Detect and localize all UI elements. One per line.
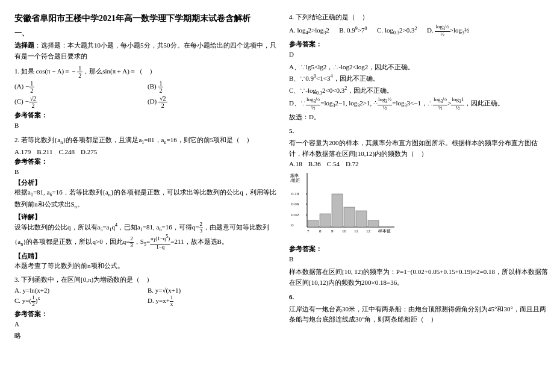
svg-text:0.06: 0.06 (291, 202, 299, 207)
svg-text:频率: 频率 (290, 173, 299, 178)
question-4: 4. 下列结论正确的是（ ） A. log42>log32 B. 0.99>70… (289, 12, 548, 122)
svg-text:12: 12 (366, 229, 371, 234)
q2-text: 2. 若等比数列{an}的各项都是正数，且满足a1=81，an=16，则它的前5… (14, 135, 279, 147)
svg-rect-16 (368, 220, 379, 227)
q6-number: 6. (289, 292, 548, 303)
svg-text:0.10: 0.10 (291, 191, 299, 196)
svg-rect-12 (320, 214, 331, 227)
q4-exp-a: A、∵lg5<lg2，∴-log2<log2，因此不正确。 (289, 61, 548, 73)
q2-opt-c: C.248 (58, 148, 75, 155)
question-3: 3. 下列函数中，在区间[0,π)为增函数的是（ ） A. y=ln(x+2) … (14, 275, 279, 341)
q3-text: 3. 下列函数中，在区间[0,π)为增函数的是（ ） (14, 275, 279, 285)
q5-solution: 样本数据落在区间[10, 12)的频率为：P=1−(0.02+0.05+0.15… (289, 266, 548, 288)
svg-text:8: 8 (319, 229, 322, 234)
frequency-chart: 频率 /组距 0 0.02 0.06 0.10 (289, 170, 397, 242)
q4-exp-c: C、∵-log0.32<0<0.32，因此不正确。 (289, 84, 548, 97)
q5-answer-label: 参考答案： (289, 244, 548, 254)
svg-text:10: 10 (342, 229, 347, 234)
q4-text: 4. 下列结论正确的是（ ） (289, 12, 548, 23)
q1-answer-label: 参考答案： (14, 111, 279, 120)
q2-options: A.179 B.211 C.248 D.275 (14, 148, 279, 155)
svg-text:0.02: 0.02 (291, 213, 299, 217)
q3-opt-b: B. y=√(x+1) (148, 287, 279, 294)
q2-detail: 设等比数列的公比q，所以有a5=a1q4，已知a1=81, a6=16，可得q=… (14, 222, 279, 250)
q4-options: A. log42>log32 B. 0.99>70 C. log0.32>0.3… (289, 24, 548, 38)
q2-tip: 本题考查了等比数列的前n项和公式。 (14, 261, 279, 272)
chart-svg: 频率 /组距 0 0.02 0.06 0.10 (289, 170, 397, 242)
q3-opt-c: C. y=(12)x (14, 295, 146, 308)
q2-answer: B (14, 167, 279, 178)
q3-answer: A (14, 319, 279, 330)
q4-answer-label: 参考答案： (289, 40, 548, 49)
document-title: 安徽省阜阳市王楼中学2021年高一数学理下学期期末试卷含解析 (14, 12, 279, 25)
q1-option-c: (C) −√22 (14, 95, 146, 109)
q2-tip-label: 【点睛】 (14, 252, 279, 261)
q1-option-a: (A) −12 (14, 80, 146, 94)
q5-options: A.18 B.36 C.54 D.72 (289, 160, 548, 167)
q5-number: 5. (289, 126, 548, 137)
q3-answer-label: 参考答案： (14, 310, 279, 319)
q6-text: 江岸边有一炮台高30米，江中有两条船；由炮台顶部测得俯角分别为45°和30°，而… (289, 304, 548, 325)
q5-text: 有一个容量为200的样本，其频率分布直方图如图所示。根据样本的频率分布直方图估计… (289, 138, 548, 159)
question-2: 2. 若等比数列{an}的各项都是正数，且满足a1=81，an=16，则它的前5… (14, 135, 279, 272)
q1-options: (A) −12 (B) 12 (C) −√22 (D) √22 (14, 80, 279, 109)
q4-opt-a: A. log42>log32 B. 0.99>70 C. log0.32>0.3… (289, 24, 548, 38)
q3-options: A. y=ln(x+2) B. y=√(x+1) C. y=(12)x D. y… (14, 287, 279, 308)
left-column: 安徽省阜阳市王楼中学2021年高一数学理下学期期末试卷含解析 一、 选择题：选择… (14, 12, 279, 380)
svg-rect-15 (356, 211, 367, 227)
q3-opt-a: A. y=ln(x+2) (14, 287, 146, 294)
q4-exp-b: B、∵0.99<1<34，因此不正确。 (289, 72, 548, 84)
page-container: 安徽省阜阳市王楼中学2021年高一数学理下学期期末试卷含解析 一、 选择题：选择… (0, 0, 554, 392)
q1-option-d: (D) √22 (148, 95, 279, 109)
q5-opt-d: D.72 (346, 160, 359, 167)
q3-note: 略 (14, 331, 279, 341)
q1-answer: B (14, 120, 279, 131)
svg-text:样本值: 样本值 (378, 229, 391, 234)
section-intro: 选择题：选择题：本大题共10小题，每小题5分，共50分。在每小题给出的四个选项中… (14, 40, 279, 61)
section-label: 一、 (14, 28, 279, 39)
question-5: 5. 有一个容量为200的样本，其频率分布直方图如图所示。根据样本的频率分布直方… (289, 126, 548, 288)
right-column: 4. 下列结论正确的是（ ） A. log42>log32 B. 0.99>70… (289, 12, 548, 380)
svg-rect-13 (332, 194, 343, 227)
svg-rect-11 (308, 220, 319, 227)
svg-text:9: 9 (331, 229, 334, 234)
q4-conclusion: 故选：D。 (289, 111, 548, 123)
question-6: 6. 江岸边有一炮台高30米，江中有两条船；由炮台顶部测得俯角分别为45°和30… (289, 292, 548, 325)
q5-opt-a: A.18 (289, 160, 302, 167)
q5-opt-b: B.36 (308, 160, 321, 167)
question-1: 1. 如果 cos(π－A)＝－12，那么sin(π＋A)＝（ ） (A) −1… (14, 65, 279, 131)
svg-text:0: 0 (291, 223, 294, 228)
q2-opt-b: B.211 (37, 148, 52, 155)
svg-text:11: 11 (354, 229, 358, 234)
q5-opt-c: C.54 (327, 160, 340, 167)
q2-analysis: 根据a1=81, a6=16，若等比数列{an}的各项都是正数，可以求出等比数列… (14, 187, 279, 211)
q4-exp-d: D、∵log3½½=log32−1, log32>1, ∴log3½½=log3… (289, 97, 548, 111)
q4-explanation: A、∵lg5<lg2，∴-log2<log2，因此不正确。 B、∵0.99<1<… (289, 61, 548, 123)
q4-answer: D (289, 49, 548, 60)
svg-text:/组距: /组距 (290, 178, 300, 183)
svg-rect-14 (344, 207, 355, 227)
q2-answer-label: 参考答案： (14, 157, 279, 166)
q2-detail-label: 【详解】 (14, 213, 279, 222)
svg-text:7: 7 (307, 229, 310, 234)
q5-answer: B (289, 254, 548, 265)
q2-analysis-label: 【分析】 (14, 178, 279, 187)
q3-opt-d: D. y=x+1x (148, 295, 279, 308)
q2-opt-d: D.275 (81, 148, 97, 155)
q2-opt-a: A.179 (14, 148, 31, 155)
q1-text: 1. 如果 cos(π－A)＝－12，那么sin(π＋A)＝（ ） (14, 65, 279, 79)
q1-option-b: (B) 12 (148, 80, 279, 94)
